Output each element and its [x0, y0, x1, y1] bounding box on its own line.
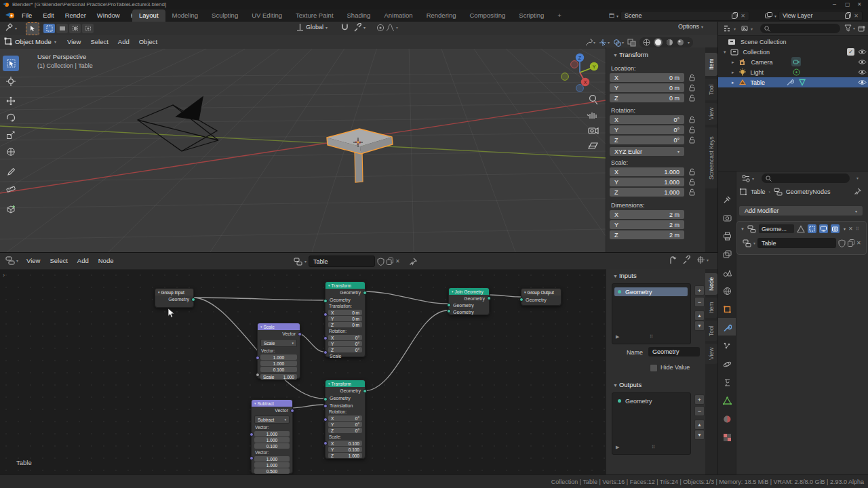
tab-rendering[interactable]: Rendering [420, 9, 463, 22]
tool-measure-button[interactable] [3, 181, 19, 197]
shading-rendered-icon[interactable] [677, 39, 684, 46]
tool-rotate-button[interactable] [3, 110, 19, 125]
remove-output-button[interactable]: − [694, 406, 705, 416]
tool-transform-button[interactable] [3, 144, 19, 159]
lock-icon[interactable] [689, 126, 695, 134]
outliner-row-scene-collection[interactable]: Scene Collection [718, 37, 868, 47]
socket-translation-in[interactable] [323, 312, 328, 317]
node-header[interactable]: ▾Group Input [155, 289, 193, 296]
inputs-panel-title[interactable]: ▼ Inputs [613, 272, 637, 279]
active-tool-select-box-button[interactable] [26, 22, 39, 35]
rotation-y-field[interactable]: Y0° [610, 125, 684, 134]
tab-screencast-keys[interactable]: Screencast Keys [705, 127, 717, 188]
tab-item[interactable]: Item [705, 53, 717, 76]
menu-window[interactable]: Window [92, 9, 125, 22]
overlays-dropdown[interactable]: ▾ [696, 256, 709, 264]
socket-geometry-in-2[interactable] [447, 309, 451, 313]
lock-icon[interactable] [689, 188, 695, 196]
maximize-icon[interactable]: ▢ [845, 1, 850, 7]
expand-icon[interactable]: ▶ [616, 334, 619, 340]
parent-tree-icon[interactable] [669, 256, 677, 264]
proportional-editing-controls[interactable]: ▾ [376, 24, 398, 32]
viewport-menu-select[interactable]: Select [85, 35, 113, 49]
expand-icon[interactable]: ▶ [616, 445, 619, 450]
tab-view[interactable]: View [705, 344, 717, 364]
properties-search-input[interactable] [762, 174, 850, 183]
tab-object-properties[interactable] [718, 300, 736, 318]
viewport-menu-add[interactable]: Add [113, 35, 134, 49]
tool-select-box-button[interactable] [3, 56, 19, 71]
close-icon[interactable]: ✕ [857, 1, 862, 7]
tab-sculpting[interactable]: Sculpting [205, 9, 245, 22]
view-layer-field[interactable]: View Layer ✕ [778, 11, 863, 21]
input-item-geometry[interactable]: Geometry [614, 287, 688, 296]
fake-user-shield-icon[interactable] [838, 239, 846, 247]
unlink-nodetree-icon[interactable]: ✕ [856, 240, 861, 246]
eye-icon[interactable] [858, 49, 867, 55]
socket-geometry-in[interactable] [323, 299, 328, 303]
new-nodetree-icon[interactable] [848, 239, 854, 247]
expand-modifier-icon[interactable]: ▼ [741, 227, 745, 231]
overlays-dropdown[interactable]: ▾ [613, 39, 624, 47]
collection-checkbox[interactable]: ✓ [847, 48, 854, 56]
operation-dropdown[interactable]: Subtract▾ [254, 415, 290, 424]
socket-vector-out[interactable] [298, 332, 302, 336]
disclosure-triangle-icon[interactable]: ▸ [732, 80, 734, 85]
tab-texture-paint[interactable]: Texture Paint [289, 9, 340, 22]
geometry-nodes-icon[interactable] [798, 79, 806, 86]
operation-dropdown[interactable]: Scale▾ [260, 339, 297, 347]
location-x-field[interactable]: X0 m [610, 73, 684, 82]
tab-tool[interactable]: Tool [705, 79, 717, 100]
new-view-layer-icon[interactable] [845, 12, 851, 19]
socket-rotation-in[interactable] [323, 418, 328, 422]
add-modifier-button[interactable]: Add Modifier ▾ [738, 205, 863, 216]
tab-scene-properties[interactable] [718, 264, 736, 281]
chevron-down-icon[interactable]: ▾ [688, 40, 690, 45]
outliner-filter-dropdown[interactable]: ▾ [844, 24, 855, 32]
new-nodetree-icon[interactable] [387, 258, 393, 265]
node-tree-name-field[interactable]: Table [309, 256, 375, 267]
selectability-dropdown[interactable]: ▾ [585, 39, 595, 47]
select-mode-tweak-button[interactable] [43, 24, 55, 33]
node-menu-select[interactable]: Select [45, 253, 72, 269]
tab-tool-properties[interactable] [718, 190, 736, 208]
shading-material-icon[interactable] [666, 39, 673, 46]
tool-annotate-button[interactable] [3, 164, 19, 180]
node-menu-node[interactable]: Node [94, 253, 119, 269]
socket-vector2-in[interactable] [250, 456, 254, 460]
nodetree-icon[interactable] [743, 239, 751, 247]
eye-icon[interactable] [858, 79, 867, 85]
gizmo-z-neg[interactable] [576, 85, 584, 92]
socket-geometry-out[interactable] [487, 296, 491, 300]
tool-cursor-button[interactable] [3, 73, 19, 89]
tool-scale-button[interactable] [3, 127, 19, 142]
snap-toggle-icon[interactable] [340, 23, 349, 32]
scale-x-field[interactable]: X1.000 [610, 167, 684, 176]
lock-icon[interactable] [689, 168, 695, 176]
modifier-wrench-icon[interactable] [786, 79, 794, 86]
scale-z-field[interactable]: Z1.000 [610, 188, 684, 197]
tab-constraint-properties[interactable] [718, 373, 736, 391]
node-header[interactable]: ▾Group Output [521, 289, 561, 296]
eye-icon[interactable] [858, 59, 867, 65]
unlink-nodetree-icon[interactable]: ✕ [395, 258, 400, 264]
outliner-row-collection[interactable]: ▾ Collection ✓ [718, 47, 868, 57]
tab-output-properties[interactable] [718, 227, 736, 245]
socket-scale-in[interactable] [256, 373, 260, 377]
transform-panel-title[interactable]: ▼ Transform [613, 51, 648, 58]
tab-modifier-properties[interactable] [718, 319, 736, 336]
tab-render-properties[interactable] [718, 209, 736, 226]
remove-view-layer-icon[interactable]: ✕ [854, 13, 859, 19]
output-item-geometry[interactable]: Geometry [614, 396, 688, 405]
socket-translation-in[interactable] [323, 404, 328, 408]
shading-solid-icon[interactable] [654, 38, 663, 47]
properties-editor-type-button[interactable]: ▾ [741, 174, 754, 183]
view-layer-icon[interactable] [765, 12, 772, 20]
socket-geometry-in-1[interactable] [447, 303, 451, 307]
node-transform-2[interactable]: ▾Transform Geometry Geometry Translation… [325, 380, 366, 459]
gizmos-dropdown[interactable]: ▾ [599, 39, 610, 47]
node-group-input[interactable]: ▾Group Input Geometry [155, 288, 194, 308]
modifier-on-cage-icon[interactable] [797, 225, 805, 233]
socket-geometry-out[interactable] [363, 389, 367, 393]
tab-view-layer-properties[interactable] [718, 245, 736, 263]
